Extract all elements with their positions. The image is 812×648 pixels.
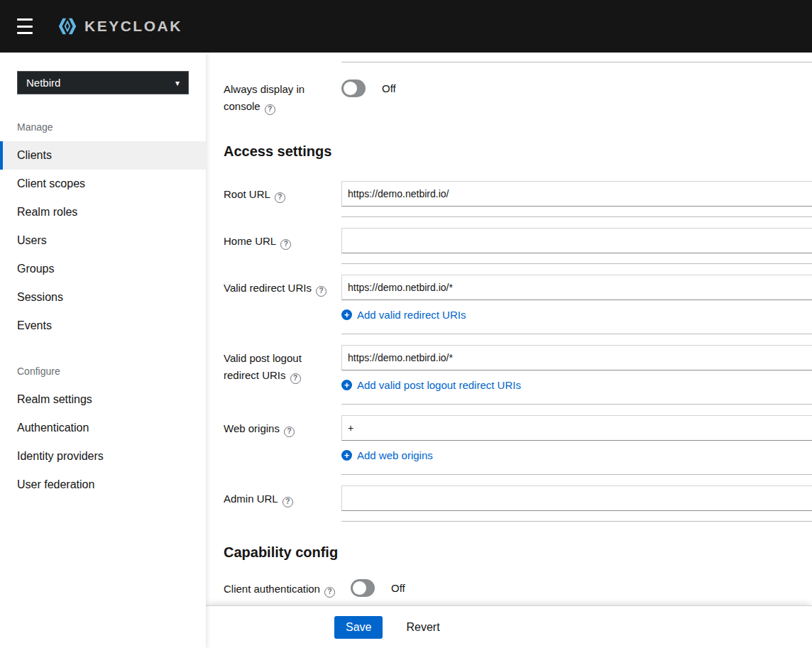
valid-redirect-uris-input[interactable] xyxy=(341,275,812,300)
sidebar-item-events[interactable]: Events xyxy=(0,312,206,340)
nav-section-configure: Configure Realm settings Authentication … xyxy=(0,366,206,499)
sidebar-item-sessions[interactable]: Sessions xyxy=(0,283,206,312)
root-url-input[interactable] xyxy=(341,181,812,207)
home-url-label: Home URL? xyxy=(224,228,341,250)
field-valid-redirect-uris: Valid redirect URIs? + Add valid redirec… xyxy=(224,275,812,334)
cut-off-input xyxy=(341,53,812,62)
plus-circle-icon: + xyxy=(341,380,352,390)
chevron-down-icon: ▾ xyxy=(175,78,180,88)
masthead: KEYCLOAK xyxy=(0,0,812,53)
realm-selector[interactable]: Netbird ▾ xyxy=(17,71,189,94)
revert-button[interactable]: Revert xyxy=(406,621,439,634)
help-icon[interactable]: ? xyxy=(275,192,285,203)
nav-section-title: Manage xyxy=(0,121,206,133)
realm-selector-value: Netbird xyxy=(26,77,60,89)
save-button[interactable]: Save xyxy=(334,616,383,639)
nav-section-manage: Manage Clients Client scopes Realm roles… xyxy=(0,121,206,340)
field-client-authentication: Client authentication? Off xyxy=(224,579,812,598)
admin-url-input[interactable] xyxy=(341,485,812,511)
keycloak-logo-icon xyxy=(57,16,78,37)
sidebar-item-user-federation[interactable]: User federation xyxy=(0,471,206,499)
access-settings-heading: Access settings xyxy=(224,143,812,160)
plus-circle-icon: + xyxy=(341,450,352,461)
valid-post-logout-label: Valid post logout redirect URIs? xyxy=(224,345,341,384)
sidebar-item-groups[interactable]: Groups xyxy=(0,255,206,283)
client-settings-form: Always display in console? Off Access se… xyxy=(206,53,812,605)
form-action-bar: Save Revert xyxy=(206,605,812,648)
help-icon[interactable]: ? xyxy=(265,104,275,115)
sidebar-item-users[interactable]: Users xyxy=(0,226,206,255)
hamburger-icon xyxy=(17,18,33,21)
always-display-label: Always display in console? xyxy=(224,79,341,115)
sidebar-item-client-scopes[interactable]: Client scopes xyxy=(0,170,206,198)
sidebar-item-authentication[interactable]: Authentication xyxy=(0,414,206,442)
web-origins-label: Web origins? xyxy=(224,415,341,437)
help-icon[interactable]: ? xyxy=(324,587,335,598)
help-icon[interactable]: ? xyxy=(284,427,295,437)
nav-toggle-button[interactable] xyxy=(17,18,34,34)
valid-post-logout-redirect-uris-input[interactable] xyxy=(341,345,812,370)
add-valid-post-logout-redirect-uris-button[interactable]: + Add valid post logout redirect URIs xyxy=(341,379,521,391)
field-web-origins: Web origins? + Add web origins xyxy=(224,415,812,475)
brand-text: KEYCLOAK xyxy=(84,18,182,35)
home-url-input[interactable] xyxy=(341,228,812,253)
client-authentication-label: Client authentication? xyxy=(224,579,341,598)
capability-config-heading: Capability config xyxy=(224,544,812,561)
client-authentication-state: Off xyxy=(391,582,405,594)
help-icon[interactable]: ? xyxy=(290,373,301,384)
add-valid-redirect-uris-button[interactable]: + Add valid redirect URIs xyxy=(341,309,466,321)
field-always-display-in-console: Always display in console? Off xyxy=(224,79,812,115)
field-root-url: Root URL? xyxy=(224,181,812,217)
sidebar-item-realm-settings[interactable]: Realm settings xyxy=(0,385,206,414)
help-icon[interactable]: ? xyxy=(282,497,293,507)
main-content: Always display in console? Off Access se… xyxy=(206,53,812,648)
valid-redirect-uris-label: Valid redirect URIs? xyxy=(224,275,341,297)
admin-url-label: Admin URL? xyxy=(224,485,341,507)
sidebar-item-realm-roles[interactable]: Realm roles xyxy=(0,198,206,226)
add-web-origins-button[interactable]: + Add web origins xyxy=(341,449,433,461)
field-home-url: Home URL? xyxy=(224,228,812,264)
help-icon[interactable]: ? xyxy=(316,286,327,297)
always-display-state: Off xyxy=(382,82,396,94)
client-authentication-toggle[interactable] xyxy=(351,579,375,597)
nav-section-title: Configure xyxy=(0,366,206,377)
web-origins-input[interactable] xyxy=(341,415,812,441)
sidebar-item-identity-providers[interactable]: Identity providers xyxy=(0,442,206,471)
field-valid-post-logout-redirect-uris: Valid post logout redirect URIs? + Add v… xyxy=(224,345,812,405)
brand-logo[interactable]: KEYCLOAK xyxy=(57,16,182,37)
sidebar: Netbird ▾ Manage Clients Client scopes R… xyxy=(0,53,206,648)
help-icon[interactable]: ? xyxy=(280,239,291,250)
root-url-label: Root URL? xyxy=(224,181,341,203)
plus-circle-icon: + xyxy=(341,309,352,320)
field-admin-url: Admin URL? xyxy=(224,485,812,522)
always-display-toggle[interactable] xyxy=(341,79,366,97)
sidebar-item-clients[interactable]: Clients xyxy=(0,141,206,170)
